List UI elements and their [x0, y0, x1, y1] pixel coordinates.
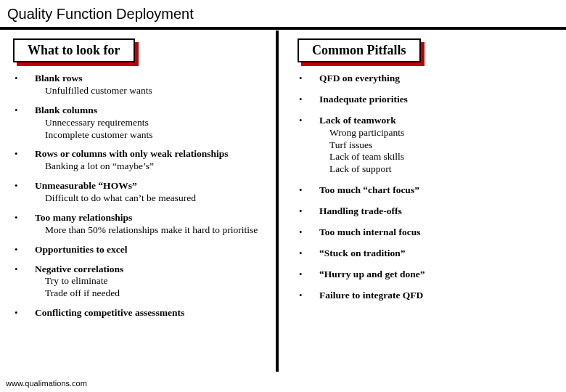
sub-item: Lack of team skills	[329, 151, 566, 163]
left-column: What to look for Blank rowsUnfulfilled c…	[0, 38, 283, 327]
box-front: Common Pitfalls	[298, 38, 421, 62]
sub-list: Wrong participantsTurf issuesLack of tea…	[319, 127, 566, 176]
item-title: Inadequate priorities	[319, 94, 408, 105]
item-title: Blank rows	[35, 73, 82, 83]
sub-list: Unnecessary requirementsIncomplete custo…	[35, 117, 283, 142]
item-title: Lack of teamwork	[319, 115, 396, 126]
sub-item: Banking a lot on “maybe’s”	[45, 160, 283, 173]
list-item: Unmeasurable “HOWs”Difficult to do what …	[13, 180, 283, 205]
sub-item: More than 50% relationships make it hard…	[45, 224, 283, 237]
left-heading-text: What to look for	[28, 43, 120, 57]
item-title: Rows or columns with only weak relations…	[35, 148, 229, 159]
list-item: “Hurry up and get done”	[298, 269, 566, 281]
list-item: Conflicting competitive assessments	[13, 307, 283, 319]
item-title: Failure to integrate QFD	[319, 290, 423, 301]
sub-list: Difficult to do what can’t be measured	[35, 192, 283, 205]
list-item: Handling trade-offs	[298, 205, 566, 218]
box-front: What to look for	[13, 38, 135, 62]
sub-list: More than 50% relationships make it hard…	[35, 224, 283, 237]
right-column: Common Pitfalls QFD on everythingInadequ…	[283, 38, 566, 327]
content-area: What to look for Blank rowsUnfulfilled c…	[0, 30, 566, 327]
left-heading-box: What to look for	[13, 38, 135, 62]
sub-item: Incomplete customer wants	[45, 129, 283, 142]
item-title: Opportunities to excel	[35, 244, 128, 255]
list-item: Rows or columns with only weak relations…	[13, 148, 283, 173]
sub-list: Try to eliminateTrade off if needed	[35, 275, 283, 300]
sub-list: Unfulfilled customer wants	[35, 85, 283, 97]
item-title: “Hurry up and get done”	[319, 269, 425, 279]
list-item: Too much internal focus	[298, 226, 566, 239]
list-item: Negative correlationsTry to eliminateTra…	[13, 264, 283, 301]
list-item: Failure to integrate QFD	[298, 290, 566, 302]
sub-item: Try to eliminate	[45, 275, 283, 287]
list-item: Too much “chart focus”	[298, 184, 566, 197]
right-heading-box: Common Pitfalls	[298, 38, 421, 62]
item-title: Too many relationships	[35, 212, 132, 223]
item-title: Unmeasurable “HOWs”	[35, 180, 137, 191]
sub-item: Unfulfilled customer wants	[45, 85, 283, 97]
item-title: Too much “chart focus”	[319, 184, 419, 195]
sub-item: Wrong participants	[329, 127, 566, 139]
list-item: QFD on everything	[298, 73, 566, 85]
sub-item: Lack of support	[329, 163, 566, 176]
right-list: QFD on everythingInadequate prioritiesLa…	[298, 73, 566, 301]
list-item: “Stuck on tradition”	[298, 248, 566, 260]
list-item: Blank rowsUnfulfilled customer wants	[13, 73, 283, 97]
item-title: “Stuck on tradition”	[319, 248, 406, 258]
list-item: Blank columnsUnnecessary requirementsInc…	[13, 105, 283, 142]
sub-item: Turf issues	[329, 139, 566, 152]
item-title: Conflicting competitive assessments	[35, 307, 184, 318]
list-item: Lack of teamworkWrong participantsTurf i…	[298, 115, 566, 176]
list-item: Inadequate priorities	[298, 94, 566, 106]
item-title: Too much internal focus	[319, 226, 420, 237]
sub-item: Trade off if needed	[45, 287, 283, 300]
list-item: Too many relationshipsMore than 50% rela…	[13, 212, 283, 237]
left-list: Blank rowsUnfulfilled customer wantsBlan…	[13, 73, 283, 319]
item-title: Handling trade-offs	[319, 205, 402, 216]
item-title: Blank columns	[35, 105, 97, 115]
right-heading-text: Common Pitfalls	[312, 43, 406, 57]
sub-list: Banking a lot on “maybe’s”	[35, 160, 283, 173]
item-title: QFD on everything	[319, 73, 400, 83]
list-item: Opportunities to excel	[13, 244, 283, 256]
item-title: Negative correlations	[35, 264, 123, 274]
sub-item: Unnecessary requirements	[45, 117, 283, 129]
footer-url: www.qualimations.com	[6, 379, 87, 388]
sub-item: Difficult to do what can’t be measured	[45, 192, 283, 205]
slide-title: Quality Function Deployment	[0, 0, 566, 27]
